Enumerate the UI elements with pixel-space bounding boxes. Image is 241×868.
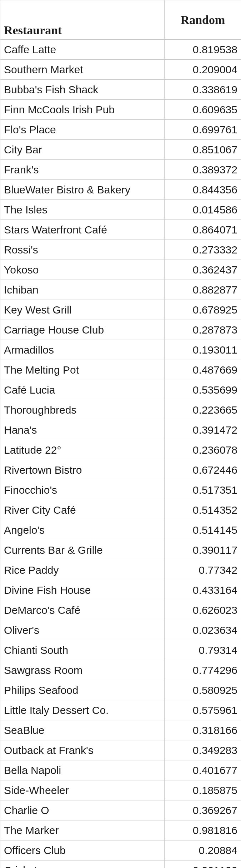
- cell-random: 0.79314: [165, 640, 241, 660]
- cell-random: 0.580925: [165, 680, 241, 700]
- cell-random: 0.678925: [165, 300, 241, 320]
- table-row: Hana's0.391472: [0, 420, 241, 440]
- cell-restaurant: Flo's Place: [0, 120, 165, 140]
- cell-random: 0.349283: [165, 740, 241, 760]
- table-row: Philips Seafood0.580925: [0, 680, 241, 700]
- table-row: Sawgrass Room0.774296: [0, 660, 241, 680]
- table-row: Stars Waterfront Café0.864071: [0, 220, 241, 240]
- cell-restaurant: Angelo's: [0, 520, 165, 540]
- cell-restaurant: Caffe Latte: [0, 40, 165, 60]
- cell-restaurant: Thoroughbreds: [0, 400, 165, 420]
- cell-restaurant: Divine Fish House: [0, 580, 165, 600]
- table-row: Southern Market0.209004: [0, 60, 241, 80]
- cell-random: 0.287873: [165, 320, 241, 340]
- cell-restaurant: Southern Market: [0, 60, 165, 80]
- cell-random: 0.672446: [165, 460, 241, 480]
- cell-random: 0.369267: [165, 800, 241, 820]
- cell-random: 0.318166: [165, 720, 241, 740]
- table-row: Armadillos0.193011: [0, 340, 241, 360]
- table-row: DeMarco's Café0.626023: [0, 600, 241, 620]
- table-row: Caffe Latte0.819538: [0, 40, 241, 60]
- table-row: Key West Grill0.678925: [0, 300, 241, 320]
- table-row: City Bar0.851067: [0, 140, 241, 160]
- cell-random: 0.575961: [165, 700, 241, 720]
- cell-restaurant: Philips Seafood: [0, 680, 165, 700]
- cell-random: 0.514352: [165, 500, 241, 520]
- cell-restaurant: Crickets: [0, 860, 165, 868]
- table-row: Officers Club0.20884: [0, 840, 241, 860]
- cell-restaurant: Bella Napoli: [0, 760, 165, 780]
- cell-random: 0.77342: [165, 560, 241, 580]
- cell-restaurant: Outback at Frank's: [0, 740, 165, 760]
- cell-random: 0.535699: [165, 380, 241, 400]
- cell-restaurant: Stars Waterfront Café: [0, 220, 165, 240]
- cell-random: 0.819538: [165, 40, 241, 60]
- cell-restaurant: Finn McCools Irish Pub: [0, 100, 165, 120]
- cell-random: 0.851067: [165, 140, 241, 160]
- table-header-row: Restaurant Random: [0, 0, 241, 40]
- cell-random: 0.273332: [165, 240, 241, 260]
- cell-random: 0.391472: [165, 420, 241, 440]
- cell-restaurant: Hana's: [0, 420, 165, 440]
- table-row: Chianti South0.79314: [0, 640, 241, 660]
- cell-random: 0.699761: [165, 120, 241, 140]
- table-row: The Melting Pot0.487669: [0, 360, 241, 380]
- header-random: Random: [165, 0, 241, 40]
- cell-restaurant: Latitude 22°: [0, 440, 165, 460]
- table-row: Frank's0.389372: [0, 160, 241, 180]
- cell-restaurant: The Marker: [0, 820, 165, 840]
- cell-restaurant: Charlie O: [0, 800, 165, 820]
- cell-random: 0.844356: [165, 180, 241, 200]
- table-row: Outback at Frank's0.349283: [0, 740, 241, 760]
- cell-restaurant: Carriage House Club: [0, 320, 165, 340]
- cell-random: 0.390117: [165, 540, 241, 560]
- cell-restaurant: Finocchio's: [0, 480, 165, 500]
- cell-random: 0.209004: [165, 60, 241, 80]
- cell-restaurant: BlueWater Bistro & Bakery: [0, 180, 165, 200]
- cell-restaurant: Sawgrass Room: [0, 660, 165, 680]
- cell-random: 0.626023: [165, 600, 241, 620]
- cell-random: 0.338619: [165, 80, 241, 100]
- table-row: Rossi's0.273332: [0, 240, 241, 260]
- cell-random: 0.023634: [165, 620, 241, 640]
- cell-random: 0.193011: [165, 340, 241, 360]
- cell-restaurant: Officers Club: [0, 840, 165, 860]
- cell-restaurant: City Bar: [0, 140, 165, 160]
- cell-random: 0.361122: [165, 860, 241, 868]
- cell-restaurant: DeMarco's Café: [0, 600, 165, 620]
- cell-restaurant: Key West Grill: [0, 300, 165, 320]
- table-row: Bella Napoli0.401677: [0, 760, 241, 780]
- table-row: The Marker0.981816: [0, 820, 241, 840]
- cell-restaurant: Frank's: [0, 160, 165, 180]
- cell-restaurant: Rivertown Bistro: [0, 460, 165, 480]
- table-row: Angelo's0.514145: [0, 520, 241, 540]
- table-row: Currents Bar & Grille0.390117: [0, 540, 241, 560]
- cell-random: 0.487669: [165, 360, 241, 380]
- cell-random: 0.882877: [165, 280, 241, 300]
- cell-restaurant: Little Italy Dessert Co.: [0, 700, 165, 720]
- table-row: Finn McCools Irish Pub0.609635: [0, 100, 241, 120]
- table-row: Rivertown Bistro0.672446: [0, 460, 241, 480]
- cell-random: 0.185875: [165, 780, 241, 800]
- table-row: Finocchio's0.517351: [0, 480, 241, 500]
- cell-restaurant: Side-Wheeler: [0, 780, 165, 800]
- table-row: Ichiban0.882877: [0, 280, 241, 300]
- cell-restaurant: Chianti South: [0, 640, 165, 660]
- table-row: Flo's Place0.699761: [0, 120, 241, 140]
- cell-random: 0.401677: [165, 760, 241, 780]
- table-row: Oliver's0.023634: [0, 620, 241, 640]
- cell-random: 0.514145: [165, 520, 241, 540]
- cell-random: 0.20884: [165, 840, 241, 860]
- table-row: Carriage House Club0.287873: [0, 320, 241, 340]
- cell-random: 0.517351: [165, 480, 241, 500]
- cell-restaurant: Rice Paddy: [0, 560, 165, 580]
- cell-restaurant: Bubba's Fish Shack: [0, 80, 165, 100]
- table-row: Bubba's Fish Shack0.338619: [0, 80, 241, 100]
- cell-random: 0.433164: [165, 580, 241, 600]
- cell-restaurant: Rossi's: [0, 240, 165, 260]
- cell-random: 0.362437: [165, 260, 241, 280]
- cell-restaurant: Oliver's: [0, 620, 165, 640]
- table-row: SeaBlue0.318166: [0, 720, 241, 740]
- table-row: Divine Fish House0.433164: [0, 580, 241, 600]
- table-row: Thoroughbreds0.223665: [0, 400, 241, 420]
